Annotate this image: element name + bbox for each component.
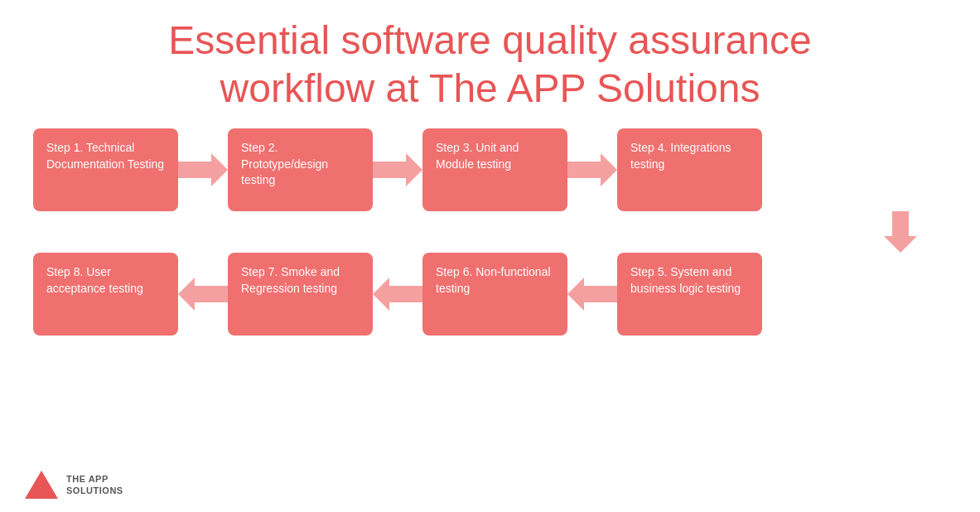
company-logo: THE APP SOLUTIONS	[25, 471, 123, 499]
arrow-2-to-3	[373, 153, 422, 186]
svg-marker-3	[884, 211, 917, 253]
step-8-box: Step 8. User acceptance testing	[33, 253, 178, 336]
step-1-box: Step 1. Technical Documentation Testing	[33, 128, 178, 211]
arrow-7-to-8	[178, 278, 228, 311]
arrow-1-to-2	[178, 153, 228, 186]
svg-marker-5	[373, 278, 422, 311]
step-7-box: Step 7. Smoke and Regression testing	[228, 253, 373, 336]
svg-marker-1	[373, 153, 422, 186]
workflow-row-2: Step 8. User acceptance testing Step 7. …	[33, 253, 947, 336]
step-2-box: Step 2. Prototype/design testing	[228, 128, 373, 211]
workflow-diagram: Step 1. Technical Documentation Testing …	[0, 120, 980, 336]
arrow-3-to-4	[567, 153, 617, 186]
step-5-box: Step 5. System and business logic testin…	[617, 253, 762, 336]
workflow-row-1: Step 1. Technical Documentation Testing …	[33, 128, 947, 211]
svg-marker-4	[178, 278, 228, 311]
svg-marker-2	[567, 153, 617, 186]
step-4-box: Step 4. Integrations testing	[617, 128, 762, 211]
step-3-box: Step 3. Unit and Module testing	[422, 128, 567, 211]
arrow-5-to-6	[567, 278, 617, 311]
svg-marker-0	[178, 153, 228, 186]
svg-marker-6	[567, 278, 617, 311]
arrow-4-to-5	[884, 211, 917, 253]
step-6-box: Step 6. Non-functional testing	[422, 253, 567, 336]
arrow-6-to-7	[373, 278, 422, 311]
page-title: Essential software quality assurance wor…	[0, 0, 980, 120]
arrow-down-container	[33, 211, 947, 253]
logo-text: THE APP SOLUTIONS	[66, 473, 123, 497]
logo-triangle-icon	[25, 471, 58, 499]
